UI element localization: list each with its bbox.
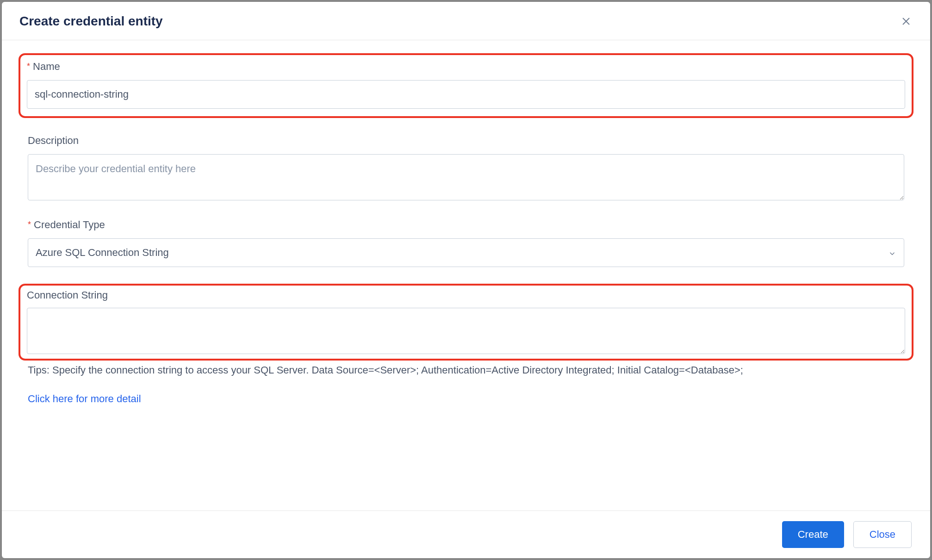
more-detail-link[interactable]: Click here for more detail bbox=[28, 393, 141, 404]
description-field-group: Description bbox=[28, 135, 904, 202]
more-detail-link-wrap: Click here for more detail bbox=[28, 393, 904, 405]
create-button[interactable]: Create bbox=[782, 521, 844, 548]
credential-type-value: Azure SQL Connection String bbox=[36, 247, 169, 259]
connection-string-field-group: Connection String bbox=[19, 284, 913, 361]
credential-type-field-group: *Credential Type Azure SQL Connection St… bbox=[28, 219, 904, 267]
required-star-icon: * bbox=[27, 62, 30, 71]
credential-type-select[interactable]: Azure SQL Connection String bbox=[28, 238, 904, 267]
name-label: *Name bbox=[27, 61, 905, 73]
connection-string-label: Connection String bbox=[27, 289, 905, 301]
close-button[interactable]: Close bbox=[853, 521, 912, 548]
description-input[interactable] bbox=[28, 154, 904, 200]
modal-footer: Create Close bbox=[2, 510, 930, 558]
create-credential-modal: Create credential entity *Name Descripti… bbox=[2, 2, 930, 558]
description-label: Description bbox=[28, 135, 904, 147]
chevron-down-icon bbox=[888, 249, 896, 257]
modal-body: *Name Description *Credential Type Azure… bbox=[2, 40, 930, 510]
name-input[interactable] bbox=[27, 80, 905, 109]
close-icon[interactable] bbox=[901, 16, 912, 27]
modal-title: Create credential entity bbox=[19, 14, 163, 29]
connection-string-input[interactable] bbox=[27, 308, 905, 354]
name-field-group: *Name bbox=[19, 53, 913, 118]
required-star-icon: * bbox=[28, 220, 31, 229]
modal-header: Create credential entity bbox=[2, 2, 930, 40]
tips-text: Tips: Specify the connection string to a… bbox=[28, 364, 904, 376]
credential-type-label: *Credential Type bbox=[28, 219, 904, 231]
